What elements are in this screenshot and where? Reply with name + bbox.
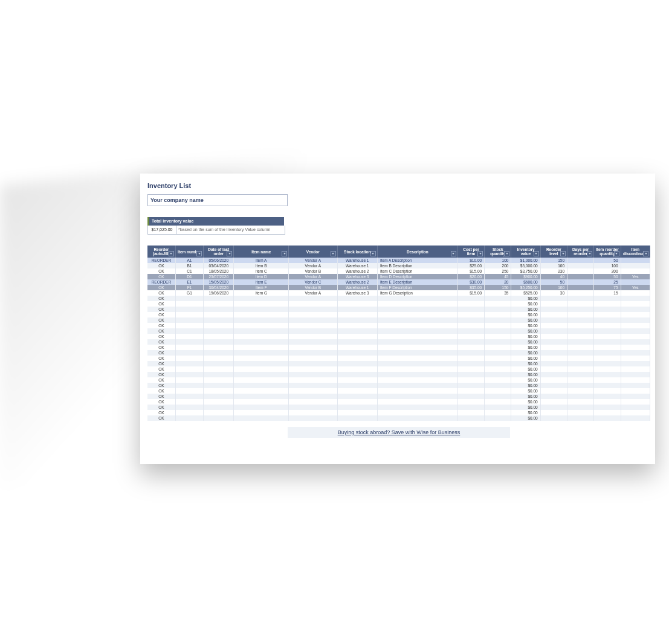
table-row[interactable]: OKB103/04/2020Item BVendor AWarehouse 1I… (147, 263, 650, 268)
filter-icon[interactable] (370, 251, 376, 256)
cell-qty[interactable] (485, 388, 511, 394)
cell-loc[interactable] (337, 350, 377, 356)
cell-loc[interactable] (337, 399, 377, 405)
cell-reorder[interactable]: OK (147, 301, 175, 307)
cell-reorder[interactable]: OK (147, 285, 175, 290)
cell-desc[interactable] (377, 383, 457, 388)
cell-name[interactable] (234, 415, 289, 421)
col-header-val[interactable]: Inventory value (511, 246, 540, 258)
cell-cost[interactable]: $35.00 (457, 285, 484, 290)
table-row[interactable]: OK$0.00 (147, 356, 650, 361)
cell-dpr[interactable] (567, 339, 594, 345)
cell-rlvl[interactable] (540, 328, 567, 334)
cell-date[interactable] (204, 372, 234, 377)
cell-rqty[interactable] (594, 405, 621, 410)
cell-rlvl[interactable] (540, 388, 567, 394)
cell-qty[interactable] (485, 372, 511, 377)
table-row[interactable]: OK$0.00 (147, 317, 650, 323)
cell-val[interactable]: $5,250.00 (511, 285, 540, 290)
cell-name[interactable]: Item F (234, 285, 289, 290)
cell-dpr[interactable] (567, 345, 594, 350)
cell-reorder[interactable]: OK (147, 388, 175, 394)
cell-rlvl[interactable]: 150 (540, 258, 567, 263)
cell-desc[interactable]: Item B Description (377, 263, 457, 268)
cell-val[interactable]: $0.00 (511, 317, 540, 323)
cell-desc[interactable] (377, 339, 457, 345)
cell-date[interactable] (204, 383, 234, 388)
cell-reorder[interactable]: REORDER (147, 279, 175, 285)
cell-qty[interactable] (485, 410, 511, 415)
cell-qty[interactable] (485, 323, 511, 328)
cell-reorder[interactable]: OK (147, 274, 175, 279)
cell-date[interactable]: 03/04/2020 (204, 263, 234, 268)
cell-name[interactable] (234, 372, 289, 377)
cell-cost[interactable] (457, 383, 484, 388)
cell-rlvl[interactable]: 100 (540, 285, 567, 290)
cell-rlvl[interactable] (540, 307, 567, 312)
cell-dpr[interactable] (567, 317, 594, 323)
cell-val[interactable]: $600.00 (511, 279, 540, 285)
cell-item_no[interactable] (175, 405, 203, 410)
table-row[interactable]: OK$0.00 (147, 372, 650, 377)
cell-desc[interactable] (377, 328, 457, 334)
table-row[interactable]: OK$0.00 (147, 394, 650, 399)
cell-disc[interactable] (621, 258, 650, 263)
cell-disc[interactable] (621, 405, 650, 410)
cell-rqty[interactable] (594, 377, 621, 383)
cell-reorder[interactable]: OK (147, 399, 175, 405)
cell-disc[interactable] (621, 372, 650, 377)
cell-disc[interactable]: Yes (621, 274, 650, 279)
cell-qty[interactable] (485, 394, 511, 399)
cell-cost[interactable]: $25.00 (457, 263, 484, 268)
cell-desc[interactable] (377, 301, 457, 307)
cell-val[interactable]: $5,000.00 (511, 263, 540, 268)
cell-reorder[interactable]: OK (147, 350, 175, 356)
cell-rqty[interactable] (594, 388, 621, 394)
cell-name[interactable] (234, 323, 289, 328)
cell-vendor[interactable] (289, 377, 338, 383)
table-row[interactable]: OK$0.00 (147, 339, 650, 345)
cell-reorder[interactable]: OK (147, 328, 175, 334)
cell-item_no[interactable] (175, 339, 203, 345)
cell-val[interactable]: $0.00 (511, 323, 540, 328)
cell-desc[interactable] (377, 334, 457, 339)
cell-name[interactable] (234, 317, 289, 323)
cell-val[interactable]: $0.00 (511, 307, 540, 312)
cell-val[interactable]: $0.00 (511, 372, 540, 377)
cell-val[interactable]: $0.00 (511, 415, 540, 421)
cell-desc[interactable] (377, 296, 457, 301)
table-row[interactable]: OK$0.00 (147, 301, 650, 307)
cell-loc[interactable] (337, 383, 377, 388)
cell-date[interactable] (204, 296, 234, 301)
cell-cost[interactable]: $15.00 (457, 290, 484, 296)
cell-qty[interactable] (485, 366, 511, 372)
cell-rqty[interactable] (594, 350, 621, 356)
cell-reorder[interactable]: OK (147, 345, 175, 350)
cell-val[interactable]: $0.00 (511, 356, 540, 361)
cell-loc[interactable] (337, 394, 377, 399)
cell-rlvl[interactable] (540, 317, 567, 323)
col-header-disc[interactable]: Item discontinued (621, 246, 650, 258)
cell-date[interactable] (204, 312, 234, 317)
cell-item_no[interactable] (175, 345, 203, 350)
cell-rlvl[interactable] (540, 350, 567, 356)
cell-item_no[interactable]: E1 (175, 279, 203, 285)
table-row[interactable]: OKG119/06/2020Item GVendor AWarehouse 3I… (147, 290, 650, 296)
cell-loc[interactable] (337, 356, 377, 361)
cell-qty[interactable] (485, 334, 511, 339)
cell-reorder[interactable]: OK (147, 323, 175, 328)
cell-item_no[interactable] (175, 301, 203, 307)
cell-vendor[interactable] (289, 394, 338, 399)
cell-rqty[interactable]: 50 (594, 274, 621, 279)
cell-cost[interactable] (457, 328, 484, 334)
table-row[interactable]: OK$0.00 (147, 296, 650, 301)
table-row[interactable]: REORDERE115/05/2020Item EVendor CWarehou… (147, 279, 650, 285)
cell-disc[interactable] (621, 323, 650, 328)
cell-vendor[interactable] (289, 361, 338, 366)
cell-rqty[interactable]: 75 (594, 285, 621, 290)
cell-item_no[interactable]: C1 (175, 268, 203, 274)
cell-item_no[interactable] (175, 356, 203, 361)
cell-reorder[interactable]: OK (147, 405, 175, 410)
cell-desc[interactable] (377, 377, 457, 383)
cell-disc[interactable] (621, 350, 650, 356)
